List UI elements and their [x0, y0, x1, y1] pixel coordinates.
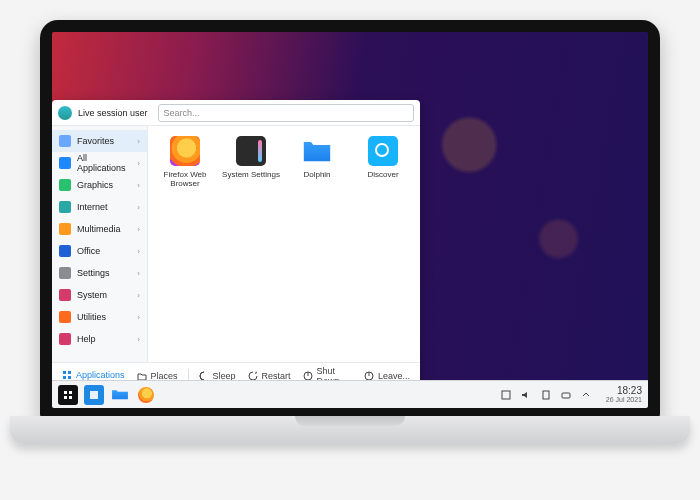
settings-icon: [88, 389, 100, 401]
chevron-right-icon: ›: [137, 247, 140, 256]
chevron-right-icon: ›: [137, 335, 140, 344]
sidebar-item-graphics[interactable]: Graphics›: [52, 174, 147, 196]
shut-down-icon: [303, 371, 313, 381]
clock[interactable]: 18:23 26 Jul 2021: [606, 386, 642, 404]
sidebar-item-internet[interactable]: Internet›: [52, 196, 147, 218]
search-input[interactable]: Search...: [158, 104, 414, 122]
sleep-icon: [198, 371, 208, 381]
svg-rect-2: [63, 376, 66, 379]
clock-time: 18:23: [606, 386, 642, 397]
tray-volume-icon[interactable]: [520, 389, 532, 401]
category-icon: [59, 311, 71, 323]
chevron-right-icon: ›: [137, 159, 140, 168]
application-menu: Live session user Search... Favorites›Al…: [52, 100, 420, 388]
category-icon: [59, 289, 71, 301]
task-dolphin[interactable]: [110, 385, 130, 405]
dl-icon: [302, 136, 332, 166]
chevron-right-icon: ›: [137, 313, 140, 322]
laptop-body: [10, 416, 690, 444]
chevron-right-icon: ›: [137, 225, 140, 234]
svg-rect-8: [90, 391, 98, 399]
app-discover[interactable]: Discover: [352, 136, 414, 179]
app-firefox-web-browser[interactable]: Firefox Web Browser: [154, 136, 216, 188]
kde-logo-icon: [62, 389, 74, 401]
chevron-right-icon: ›: [137, 181, 140, 190]
places-icon: [137, 371, 147, 381]
leave-icon: [364, 371, 374, 381]
tray-network-icon[interactable]: [560, 389, 572, 401]
category-icon: [59, 135, 71, 147]
category-icon: [59, 245, 71, 257]
svg-rect-10: [543, 391, 549, 399]
sidebar-item-favorites[interactable]: Favorites›: [52, 130, 147, 152]
chevron-right-icon: ›: [137, 291, 140, 300]
svg-rect-0: [63, 371, 66, 374]
sidebar-item-system[interactable]: System›: [52, 284, 147, 306]
menu-header: Live session user Search...: [52, 100, 420, 126]
svg-rect-1: [68, 371, 71, 374]
svg-rect-11: [562, 393, 570, 398]
category-icon: [59, 157, 71, 169]
ss-icon: [236, 136, 266, 166]
svg-rect-9: [502, 391, 510, 399]
search-placeholder: Search...: [164, 108, 200, 118]
chevron-right-icon: ›: [137, 137, 140, 146]
category-sidebar: Favorites›All Applications›Graphics›Inte…: [52, 126, 148, 362]
svg-rect-3: [68, 376, 71, 379]
applications-icon: [62, 370, 72, 380]
category-icon: [59, 333, 71, 345]
category-icon: [59, 179, 71, 191]
dc-icon: [368, 136, 398, 166]
task-firefox[interactable]: [136, 385, 156, 405]
category-icon: [59, 201, 71, 213]
sidebar-item-multimedia[interactable]: Multimedia›: [52, 218, 147, 240]
fx-icon: [170, 136, 200, 166]
app-launcher-button[interactable]: [58, 385, 78, 405]
tray-updates-icon[interactable]: [500, 389, 512, 401]
sidebar-item-all-applications[interactable]: All Applications›: [52, 152, 147, 174]
clock-date: 26 Jul 2021: [606, 396, 642, 403]
category-icon: [59, 267, 71, 279]
sidebar-item-help[interactable]: Help›: [52, 328, 147, 350]
sidebar-item-utilities[interactable]: Utilities›: [52, 306, 147, 328]
firefox-icon: [138, 387, 154, 403]
tray-chevron-icon[interactable]: [580, 389, 592, 401]
category-icon: [59, 223, 71, 235]
app-dolphin[interactable]: Dolphin: [286, 136, 348, 179]
sidebar-item-settings[interactable]: Settings›: [52, 262, 147, 284]
task-system-settings[interactable]: [84, 385, 104, 405]
restart-icon: [248, 371, 258, 381]
user-label: Live session user: [78, 108, 148, 118]
chevron-right-icon: ›: [137, 269, 140, 278]
sidebar-item-office[interactable]: Office›: [52, 240, 147, 262]
folder-icon: [111, 388, 129, 402]
tray-clipboard-icon[interactable]: [540, 389, 552, 401]
chevron-right-icon: ›: [137, 203, 140, 212]
app-system-settings[interactable]: System Settings: [220, 136, 282, 179]
taskbar: 18:23 26 Jul 2021: [52, 380, 648, 408]
desktop-screen: Live session user Search... Favorites›Al…: [52, 32, 648, 408]
favorites-grid: Firefox Web BrowserSystem SettingsDolphi…: [148, 126, 420, 362]
system-tray: 18:23 26 Jul 2021: [500, 386, 642, 404]
user-avatar-icon[interactable]: [58, 106, 72, 120]
